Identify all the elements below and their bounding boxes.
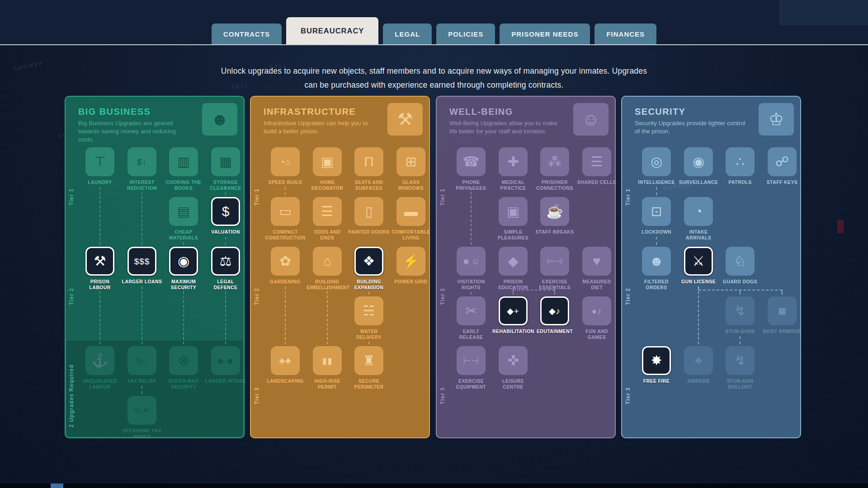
- upgrade-offshore-tax-haven[interactable]: %☀ OFFSHORE TAX HAVEN: [121, 396, 163, 440]
- upgrade-surveillance[interactable]: ◉ SURVEILLANCE: [678, 147, 719, 185]
- upgrade-power-grid[interactable]: ⚡ POWER GRID: [390, 247, 432, 285]
- door-icon: ▯: [365, 205, 373, 218]
- upgrade-exercise-equipment[interactable]: ⊢⊣ EXERCISE EQUIPMENT: [450, 346, 492, 390]
- upgrade-high-rise-permit[interactable]: ▮▮ HIGH-RISE PERMIT: [307, 346, 348, 390]
- door-padlock-icon: ⊡: [651, 205, 662, 218]
- upgrade-rehabilitation[interactable]: ◆+ REHABILITATION: [492, 296, 534, 334]
- upgrade-intelligence[interactable]: ◎ INTELLIGENCE: [636, 147, 677, 185]
- upgrade-body-armour[interactable]: ■ BODY ARMOUR: [761, 296, 803, 334]
- tier-label-tier-2: Tier 2: [439, 288, 448, 305]
- upgrade-stun-guns[interactable]: ↯ STUN-GUNS: [719, 296, 761, 334]
- upgrade-exercise-essentials[interactable]: ⊢⊣ EXERCISE ESSENTIALS: [534, 247, 576, 291]
- upgrade-early-release[interactable]: ✂ EARLY RELEASE: [450, 296, 492, 340]
- upgrade-lockdown[interactable]: ⊡ LOCKDOWN: [636, 197, 677, 235]
- tab-contracts[interactable]: CONTRACTS: [212, 23, 282, 44]
- upgrade-secure-perimeter[interactable]: ♜ SECURE PERIMETER: [348, 346, 390, 390]
- rifles-icon: ⚔: [693, 254, 705, 268]
- ghost-prisoner-icon: ☻: [649, 254, 664, 268]
- tab-legal[interactable]: LEGAL: [383, 23, 432, 44]
- upgrade-water-delivery[interactable]: ☵ WATER DELIVERY: [348, 296, 390, 340]
- lamp-drawers-icon: ☰: [321, 205, 334, 218]
- dollar-chart-icon: $↓: [137, 158, 147, 166]
- upgrade-phone-privileges[interactable]: ☎ PHONE PRIVILEGES: [450, 147, 492, 191]
- upgrade-label: COMFORTABLE LIVING: [390, 229, 432, 241]
- upgrade-label: SUPER-MAX SECURITY: [163, 378, 204, 390]
- upgrade-valuation[interactable]: $ VALUATION: [205, 197, 246, 235]
- upgrade-staff-keys[interactable]: ☍ STAFF KEYS: [761, 147, 803, 185]
- upgrade-glass-windows[interactable]: ⊞ GLASS WINDOWS: [390, 147, 432, 191]
- upgrade-label: CHEAP MATERIALS: [163, 229, 204, 241]
- dog-head-icon: ♘: [734, 254, 746, 268]
- upgrade-label: INTEREST REDUCTION: [121, 179, 163, 191]
- upgrade-medical-practice[interactable]: ✚ MEDICAL PRACTICE: [492, 147, 534, 191]
- upgrade-home-decorator[interactable]: ▣ HOME DECORATOR: [307, 147, 348, 191]
- upgrade-laundry[interactable]: ⊤ LAUNDRY: [79, 147, 121, 185]
- upgrade-comfortable-living[interactable]: ▬ COMFORTABLE LIVING: [390, 197, 432, 241]
- upgrade-stun-gun-rollout[interactable]: ↯ STUN-GUN ROLLOUT: [719, 346, 761, 390]
- upgrade-patrols[interactable]: ∴ PATROLS: [719, 147, 761, 185]
- upgrade-label: SPEED BUILD: [264, 179, 306, 185]
- taser-shield-icon: ↯: [734, 304, 745, 318]
- upgrade-super-max-security[interactable]: ⊗ SUPER-MAX SECURITY: [163, 346, 204, 390]
- upgrade-tax-relief[interactable]: %↓ TAX RELIEF: [121, 346, 163, 384]
- upgrade-compact-construction[interactable]: ▭ COMPACT CONSTRUCTION: [264, 197, 306, 241]
- tab-bureaucracy[interactable]: BUREAUCRACY: [286, 17, 378, 44]
- upgrade-prison-education[interactable]: ◆ PRISON EDUCATION: [492, 247, 534, 291]
- upgrade-snipers[interactable]: ⌖ SNIPERS: [678, 346, 719, 384]
- tab-prisoner-needs[interactable]: PRISONER NEEDS: [500, 23, 590, 44]
- upgrade-interest-reduction[interactable]: $↓ INTEREST REDUCTION: [121, 147, 163, 191]
- upgrade-label: BUILDING EMBELLISHMENT: [307, 279, 348, 291]
- upgrade-larger-intake[interactable]: ☻☻ LARGER INTAKE: [205, 346, 246, 384]
- upgrade-measured-diet[interactable]: ♥ MEASURED DIET: [576, 247, 618, 291]
- upgrade-cooking-the-books[interactable]: ▥ COOKING THE BOOKS: [163, 147, 204, 191]
- upgrade-maximum-security[interactable]: ◉ MAXIMUM SECURITY: [163, 247, 204, 291]
- upgrade-building-expansion[interactable]: ❖ BUILDING EXPANSION: [348, 247, 390, 291]
- tier-label-2-upgrades-required: 2 Upgrades Required: [68, 364, 76, 427]
- upgrade-gardening[interactable]: ✿ GARDENING: [264, 247, 306, 285]
- upgrade-building-embellishment[interactable]: ⌂ BUILDING EMBELLISHMENT: [307, 247, 348, 291]
- dollar-pin-floor-icon: ❖: [363, 254, 375, 268]
- tier-label-tier-1: Tier 1: [254, 188, 262, 206]
- garden-tools-icon: ✿: [279, 254, 291, 268]
- upgrade-seats-and-surfaces[interactable]: Π SEATS AND SURFACES: [348, 147, 390, 191]
- upgrade-staff-breaks[interactable]: ☕ STAFF BREAKS: [534, 197, 576, 235]
- upgrade-leisure-centre[interactable]: ✜ LEISURE CENTRE: [492, 346, 534, 390]
- dumbbell-icon: ⊢⊣: [547, 257, 562, 266]
- tab-finances[interactable]: FINANCES: [594, 23, 656, 44]
- upgrade-edutainment[interactable]: ◆♪ EDUTAINMENT: [534, 296, 576, 334]
- people-network-icon: ⁂: [548, 155, 561, 169]
- upgrade-prison-labour[interactable]: ⚒ PRISON LABOUR: [79, 247, 121, 291]
- tab-policies[interactable]: POLICIES: [436, 23, 495, 44]
- upgrade-free-fire[interactable]: ✸ FREE FIRE: [636, 346, 677, 384]
- upgrade-shared-cells[interactable]: ☰ SHARED CELLS: [576, 147, 618, 185]
- upgrade-storage-clearance[interactable]: ▦ STORAGE CLEARANCE: [205, 147, 246, 191]
- upgrade-label: GARDENING: [264, 279, 306, 285]
- upgrade-label: BODY ARMOUR: [761, 328, 803, 334]
- upgrade-connector: [142, 187, 142, 245]
- upgrade-odds-and-ends[interactable]: ☰ ODDS AND ENDS: [307, 197, 348, 241]
- upgrade-visitation-rights[interactable]: ☻☺ VISITATION RIGHTS: [450, 247, 492, 291]
- upgrade-label: EARLY RELEASE: [450, 328, 492, 340]
- upgrade-legal-defence[interactable]: ⚖ LEGAL DEFENCE: [205, 247, 246, 291]
- crosshair-icon: ⌖: [695, 354, 703, 367]
- upgrade-label: STAFF BREAKS: [534, 229, 576, 235]
- upgrade-unqualified-labour[interactable]: ⚓ UNQUALIFIED LABOUR: [79, 346, 121, 390]
- upgrade-larger-loans[interactable]: $$$ LARGER LOANS: [121, 247, 163, 285]
- upgrade-guard-dogs[interactable]: ♘ GUARD DOGS: [719, 247, 761, 285]
- upgrade-cheap-materials[interactable]: ▤ CHEAP MATERIALS: [163, 197, 204, 241]
- upgrade-label: EXERCISE EQUIPMENT: [450, 378, 492, 390]
- upgrade-gun-license[interactable]: ⚔ GUN LICENSE: [678, 247, 719, 285]
- upgrade-simple-pleasures[interactable]: ▣ SIMPLE PLEASURES: [492, 197, 534, 241]
- upgrade-prisoner-connections[interactable]: ⁂ PRISONER CONNECTIONS: [534, 147, 576, 191]
- upgrade-speed-build[interactable]: ◔⌂ SPEED BUILD: [264, 147, 306, 185]
- upgrade-fun-and-games[interactable]: ●♪ FUN AND GAMES: [576, 296, 618, 340]
- upgrade-connector: [740, 290, 741, 295]
- corner-icon-glyph: ☺: [582, 111, 600, 128]
- upgrade-landscaping[interactable]: ♣♣ LANDSCAPING: [264, 346, 306, 384]
- upgrade-filtered-orders[interactable]: ☻ FILTERED ORDERS: [636, 247, 677, 291]
- grad-cap-plus-icon: ◆+: [507, 307, 519, 315]
- upgrade-intake-arrivals[interactable]: ◔ INTAKE ARRIVALS: [678, 197, 719, 241]
- panel-infrastructure: INFRASTRUCTUREInfrastruture Upgrades can…: [250, 96, 430, 438]
- upgrade-label: EXERCISE ESSENTIALS: [534, 279, 576, 291]
- upgrade-painted-doors[interactable]: ▯ PAINTED DOORS: [348, 197, 390, 235]
